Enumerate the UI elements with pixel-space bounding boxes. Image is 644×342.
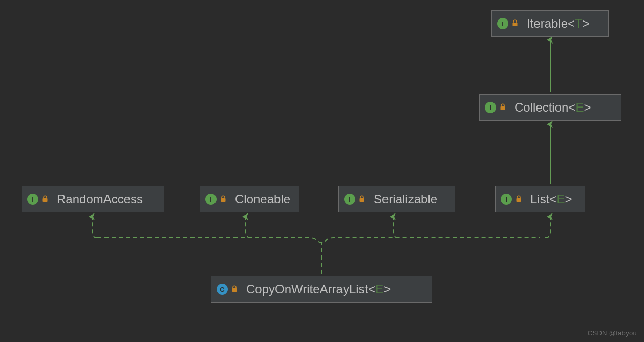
svg-rect-6	[232, 288, 237, 292]
diagram-canvas: I Iterable<T> I Collection<E> I RandomAc…	[0, 0, 644, 342]
svg-rect-1	[501, 106, 505, 110]
svg-rect-3	[221, 198, 226, 202]
lock-icon	[515, 195, 522, 204]
node-copyonwritearraylist: C CopyOnWriteArrayList<E>	[211, 276, 432, 303]
svg-rect-2	[43, 198, 48, 202]
edge-bus	[92, 217, 550, 243]
lock-icon	[231, 285, 238, 294]
node-iterable: I Iterable<T>	[491, 10, 609, 37]
node-label: Serializable	[374, 192, 437, 206]
lock-icon	[511, 19, 519, 29]
svg-rect-4	[360, 198, 364, 202]
lock-icon	[499, 103, 506, 113]
watermark: CSDN @tabyou	[588, 329, 637, 337]
node-cloneable: I Cloneable	[200, 186, 299, 212]
lock-icon	[220, 195, 227, 204]
interface-badge-icon: I	[205, 194, 217, 205]
interface-badge-icon: I	[485, 102, 496, 113]
node-label: RandomAccess	[57, 192, 143, 206]
node-label: Collection<E>	[514, 100, 591, 115]
svg-rect-5	[517, 198, 521, 202]
svg-rect-0	[513, 23, 518, 26]
lock-icon	[358, 195, 366, 204]
interface-badge-icon: I	[497, 18, 508, 29]
node-serializable: I Serializable	[338, 186, 455, 212]
interface-badge-icon: I	[501, 194, 512, 205]
lock-icon	[41, 195, 49, 204]
node-label: Iterable<T>	[527, 16, 590, 31]
node-label: Cloneable	[235, 192, 290, 206]
node-label: List<E>	[530, 192, 572, 206]
interface-badge-icon: I	[344, 194, 355, 205]
node-randomaccess: I RandomAccess	[22, 186, 164, 212]
node-collection: I Collection<E>	[479, 94, 621, 121]
class-badge-icon: C	[217, 284, 228, 295]
node-list: I List<E>	[495, 186, 585, 212]
interface-badge-icon: I	[27, 194, 38, 205]
node-label: CopyOnWriteArrayList<E>	[246, 282, 391, 296]
